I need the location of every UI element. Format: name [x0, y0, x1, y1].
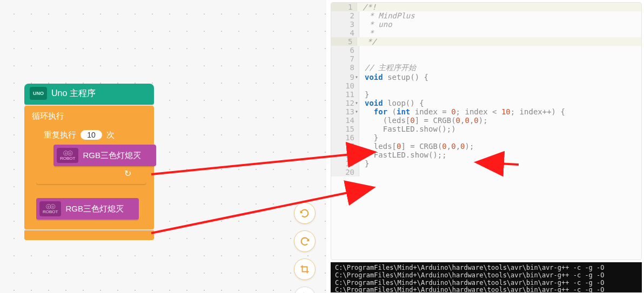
code-content[interactable]: leds[0] = CRGB(0,0,0); [359, 142, 474, 151]
code-line[interactable]: 5 */ [331, 37, 641, 46]
line-number: 10 [331, 81, 359, 90]
line-number: 6 [331, 46, 359, 54]
line-number: 16 [331, 133, 359, 142]
code-content[interactable] [359, 46, 365, 54]
line-number: 12▾ [331, 99, 359, 107]
code-line[interactable]: 2 * MindPlus [331, 11, 641, 20]
canvas-tools [294, 202, 316, 293]
repeat-suffix: 次 [106, 130, 115, 139]
console-line: C:\ProgramFiles\Mind+\Arduino\hardware\t… [335, 264, 638, 272]
rgb-off-block-2[interactable]: ⦾⦾ ROBOT RGB三色灯熄灭 [36, 198, 139, 220]
blocks-canvas[interactable]: UNO Uno 主程序 循环执行 重复执行 10 次 ⦾⦾ ROBOT RGB三… [0, 0, 326, 293]
line-number: 2 [331, 11, 359, 20]
code-line[interactable]: 13▾ for (int index = 0; index < 10; inde… [331, 107, 641, 116]
code-content[interactable]: } [359, 159, 369, 168]
code-line[interactable]: 10 [331, 81, 641, 90]
code-content[interactable] [359, 54, 365, 63]
repeat-block[interactable]: 重复执行 10 次 ⦾⦾ ROBOT RGB三色灯熄灭 ↻ [36, 126, 146, 184]
code-line[interactable]: 1/*! [331, 3, 641, 11]
code-content[interactable]: // 主程序开始 [359, 63, 416, 73]
code-line[interactable]: 9▾void setup() { [331, 73, 641, 81]
rgb-off-block-1[interactable]: ⦾⦾ ROBOT RGB三色灯熄灭 [53, 145, 156, 166]
uno-badge-icon: UNO [30, 87, 47, 100]
rgb-label: RGB三色灯熄灭 [65, 204, 124, 214]
undo-button[interactable] [294, 202, 316, 224]
line-number: 4 [331, 29, 359, 37]
hat-label: Uno 主程序 [51, 88, 96, 98]
code-content[interactable]: void loop() { [359, 99, 424, 107]
code-content[interactable]: * uno [359, 20, 392, 29]
code-editor[interactable]: 1/*!2 * MindPlus3 * uno4 *5 */678// 主程序开… [331, 2, 642, 260]
console-line: C:\ProgramFiles\Mind+\Arduino\hardware\t… [335, 280, 638, 287]
block-stack[interactable]: UNO Uno 主程序 循环执行 重复执行 10 次 ⦾⦾ ROBOT RGB三… [24, 84, 154, 240]
code-line[interactable]: 17 leds[0] = CRGB(0,0,0); [331, 142, 641, 151]
code-content[interactable]: * MindPlus [359, 11, 415, 20]
code-content[interactable] [359, 81, 365, 90]
code-content[interactable]: * [359, 29, 374, 37]
crop-button[interactable] [294, 258, 316, 280]
build-console[interactable]: C:\ProgramFiles\Mind+\Arduino\hardware\t… [331, 262, 642, 292]
code-content[interactable]: FastLED.show();) [359, 125, 456, 133]
fold-icon[interactable]: ▾ [355, 74, 358, 80]
repeat-count-input[interactable]: 10 [81, 130, 102, 140]
rgb-label: RGB三色灯熄灭 [83, 151, 141, 161]
code-line[interactable]: 4 * [331, 29, 641, 37]
code-line[interactable]: 6 [331, 46, 641, 54]
line-number: 11 [331, 90, 359, 99]
robot-icon: ⦾⦾ ROBOT [39, 201, 61, 216]
line-number: 17 [331, 142, 359, 151]
line-number: 13▾ [331, 107, 359, 116]
code-line[interactable]: 16 } [331, 133, 641, 142]
code-content[interactable]: } [359, 90, 369, 99]
line-number: 18 [331, 151, 359, 159]
repeat-prefix: 重复执行 [44, 130, 76, 139]
code-content[interactable]: (leds[0] = CRGB(0,0,0); [359, 116, 488, 125]
robot-icon: ⦾⦾ ROBOT [57, 148, 78, 163]
console-line: C:\ProgramFiles\Mind+\Arduino\hardware\t… [335, 287, 638, 292]
code-line[interactable]: 14 (leds[0] = CRGB(0,0,0); [331, 116, 641, 125]
code-console-pane: 1/*!2 * MindPlus3 * uno4 *5 */678// 主程序开… [326, 0, 644, 293]
code-content[interactable]: } [359, 133, 378, 142]
line-number: 5 [331, 37, 357, 46]
code-content[interactable]: FastLED.show();; [359, 151, 447, 159]
code-line[interactable]: 20 [331, 168, 641, 176]
line-number: 19 [331, 159, 359, 168]
console-line: C:\ProgramFiles\Mind+\Arduino\hardware\t… [335, 272, 638, 280]
fold-icon[interactable]: ▾ [355, 100, 358, 106]
code-content[interactable]: /*! [357, 3, 641, 11]
fold-icon[interactable]: ▾ [355, 108, 358, 114]
code-line[interactable]: 15 FastLED.show();) [331, 125, 641, 133]
code-line[interactable]: 3 * uno [331, 20, 641, 29]
code-content[interactable]: for (int index = 0; index < 10; index++)… [359, 107, 565, 116]
line-number: 7 [331, 54, 359, 63]
code-line[interactable]: 18 FastLED.show();; [331, 151, 641, 159]
forever-block-cap [24, 230, 154, 240]
app-root: UNO Uno 主程序 循环执行 重复执行 10 次 ⦾⦾ ROBOT RGB三… [0, 0, 644, 293]
uno-main-hat-block[interactable]: UNO Uno 主程序 [24, 84, 154, 105]
repeat-return-icon: ↻ [44, 168, 131, 179]
line-number: 20 [331, 168, 359, 176]
code-line[interactable]: 8// 主程序开始 [331, 63, 641, 73]
line-number: 15 [331, 125, 359, 133]
zoom-button[interactable] [294, 287, 316, 293]
code-line[interactable]: 19} [331, 159, 641, 168]
redo-button[interactable] [294, 230, 316, 252]
forever-loop-block[interactable]: 循环执行 重复执行 10 次 ⦾⦾ ROBOT RGB三色灯熄灭 ↻ [24, 106, 154, 229]
code-content[interactable] [359, 168, 365, 176]
loop-label: 循环执行 [32, 111, 64, 120]
code-content[interactable]: */ [357, 37, 641, 46]
code-content[interactable]: void setup() { [359, 73, 428, 81]
code-line[interactable]: 11} [331, 90, 641, 99]
line-number: 8 [331, 63, 359, 73]
line-number: 14 [331, 116, 359, 125]
code-line[interactable]: 12▾void loop() { [331, 99, 641, 107]
line-number: 3 [331, 20, 359, 29]
code-line[interactable]: 7 [331, 54, 641, 63]
repeat-block-cap [36, 185, 146, 194]
line-number: 9▾ [331, 73, 359, 81]
line-number: 1 [331, 3, 357, 11]
